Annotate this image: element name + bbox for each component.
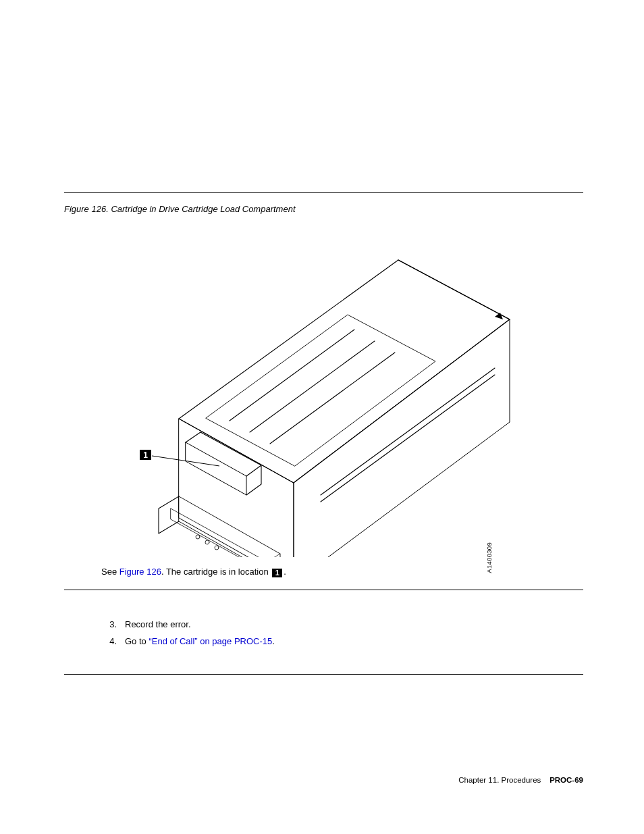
caption-link[interactable]: Figure 126 xyxy=(119,567,161,577)
footer-chapter: Chapter 11. Procedures xyxy=(458,776,541,784)
drive-illustration: 1 xyxy=(78,226,570,557)
figure-image: 1 A1400309 xyxy=(78,226,570,557)
step-row: 3. Record the error. xyxy=(64,619,583,631)
procedure-steps: 3. Record the error. 4. Go to “End of Ca… xyxy=(64,619,583,648)
figure-bottom-rule xyxy=(64,590,583,590)
step-text: Go to “End of Call” on page PROC-15. xyxy=(125,635,583,648)
step-link[interactable]: “End of Call” on page PROC-15 xyxy=(149,636,272,646)
section-end-rule xyxy=(64,674,583,675)
figure-label: Figure 126. xyxy=(64,204,109,214)
figure-caption: See Figure 126. The cartridge is in loca… xyxy=(101,567,583,577)
figure-title: Figure 126. Cartridge in Drive Cartridge… xyxy=(64,204,583,214)
inline-callout-icon: 1 xyxy=(272,569,282,577)
step-number: 3. xyxy=(64,619,125,631)
step-text-after: . xyxy=(272,636,275,646)
step-number: 4. xyxy=(64,635,125,648)
figure-title-text: Cartridge in Drive Cartridge Load Compar… xyxy=(111,204,295,214)
svg-point-1 xyxy=(205,540,209,544)
page: Figure 126. Cartridge in Drive Cartridge… xyxy=(0,0,644,834)
step-row: 4. Go to “End of Call” on page PROC-15. xyxy=(64,635,583,648)
caption-before: See xyxy=(101,567,119,577)
step-text-before: Go to xyxy=(125,636,149,646)
figure-callout-number: 1 xyxy=(143,450,148,460)
caption-period: . xyxy=(284,567,286,577)
page-footer: Chapter 11. Procedures PROC-69 xyxy=(458,776,583,784)
caption-after-link: . The cartridge is in location xyxy=(161,567,271,577)
footer-page: PROC-69 xyxy=(549,776,583,784)
svg-point-2 xyxy=(215,546,219,550)
figure-block: Figure 126. Cartridge in Drive Cartridge… xyxy=(64,192,583,590)
svg-point-0 xyxy=(196,535,200,539)
figure-top-rule xyxy=(64,192,583,193)
figure-image-code: A1400309 xyxy=(485,542,493,573)
step-text: Record the error. xyxy=(125,619,583,631)
